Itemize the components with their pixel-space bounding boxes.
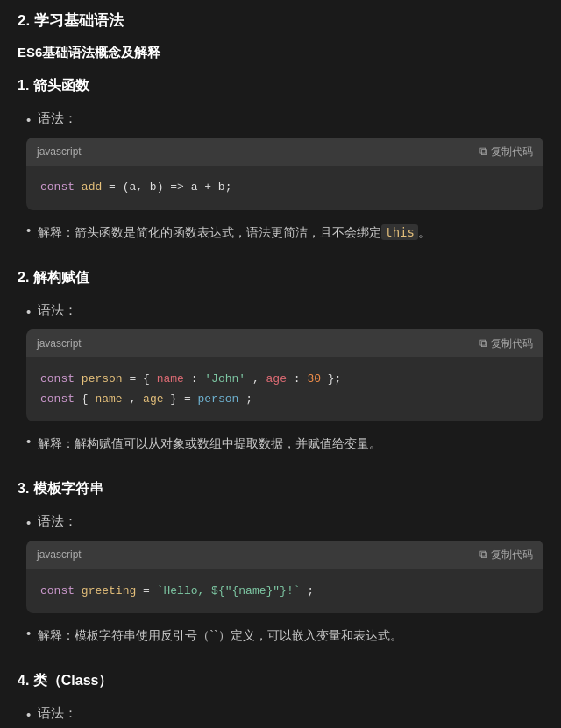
copy-button-2[interactable]: ⧉ 复制代码 <box>479 336 533 351</box>
copy-icon-1: ⧉ <box>479 145 487 159</box>
code-body-2: const person = { name : 'John' , age : 3… <box>26 357 543 421</box>
sub-heading: ES6基础语法概念及解释 <box>18 41 543 64</box>
item-1-syntax-label: 语法： <box>38 107 77 130</box>
copy-icon-3: ⧉ <box>479 548 487 562</box>
item-1-heading: 1. 箭头函数 <box>18 74 543 97</box>
item-3-syntax-label: 语法： <box>38 510 77 533</box>
item-3-syntax-block: • 语法： javascript ⧉ 复制代码 const greeting = <box>26 510 543 650</box>
bullet-dot-2: • <box>26 219 31 242</box>
item-1-syntax-block: • 语法： javascript ⧉ 复制代码 const add = (a, … <box>26 107 543 247</box>
code-line-2-1: const person = { name : 'John' , age : 3… <box>40 370 529 389</box>
copy-icon-2: ⧉ <box>479 336 487 350</box>
section-heading: 2. 学习基础语法 <box>18 9 543 34</box>
code-lang-2: javascript <box>37 335 82 352</box>
page-container: 2. 学习基础语法 ES6基础语法概念及解释 1. 箭头函数 • 语法： jav… <box>0 0 561 728</box>
item-3-explanation: 解释：模板字符串使用反引号（``）定义，可以嵌入变量和表达式。 <box>38 626 401 647</box>
numbered-item-1: 1. 箭头函数 • 语法： javascript ⧉ 复制代码 const <box>18 74 543 246</box>
item-4-syntax-block: • 语法： javascript ⧉ 复制代码 class Person <box>26 702 543 728</box>
bullet-dot: • <box>26 109 31 131</box>
item-4-syntax-label: 语法： <box>38 702 77 724</box>
numbered-item-3: 3. 模板字符串 • 语法： javascript ⧉ 复制代码 const <box>18 477 543 649</box>
item-3-explanation-row: • 解释：模板字符串使用反引号（``）定义，可以嵌入变量和表达式。 <box>26 620 543 650</box>
code-line-2-2: const { name , age } = person ; <box>40 390 529 409</box>
bullet-dot-6: • <box>26 622 31 645</box>
item-1-syntax-label-row: • 语法： <box>26 107 543 131</box>
copy-label-2: 复制代码 <box>491 336 533 351</box>
item-3-syntax-label-row: • 语法： <box>26 510 543 534</box>
item-1-explanation: 解释：箭头函数是简化的函数表达式，语法更简洁，且不会绑定this。 <box>38 223 430 244</box>
bullet-dot-4: • <box>26 430 31 453</box>
item-2-syntax-label-row: • 语法： <box>26 299 543 323</box>
copy-label-3: 复制代码 <box>491 548 533 562</box>
code-lang-1: javascript <box>37 143 82 160</box>
bullet-dot-5: • <box>26 512 31 534</box>
copy-button-3[interactable]: ⧉ 复制代码 <box>479 548 533 562</box>
item-2-syntax-label: 语法： <box>38 299 77 322</box>
code-block-1-header: javascript ⧉ 复制代码 <box>26 138 543 166</box>
item-2-explanation-row: • 解释：解构赋值可以从对象或数组中提取数据，并赋值给变量。 <box>26 428 543 458</box>
code-block-3: javascript ⧉ 复制代码 const greeting = `Hell… <box>26 541 543 612</box>
copy-label-1: 复制代码 <box>491 145 533 159</box>
bullet-dot-7: • <box>26 703 31 726</box>
code-block-2: javascript ⧉ 复制代码 const person = { name … <box>26 329 543 421</box>
numbered-item-4: 4. 类（Class） • 语法： javascript ⧉ 复制代码 clas… <box>18 668 543 728</box>
item-2-heading: 2. 解构赋值 <box>18 265 543 289</box>
item-3-heading: 3. 模板字符串 <box>18 477 543 500</box>
item-4-heading: 4. 类（Class） <box>18 668 543 692</box>
copy-button-1[interactable]: ⧉ 复制代码 <box>479 145 533 159</box>
code-lang-3: javascript <box>37 546 82 563</box>
code-block-1: javascript ⧉ 复制代码 const add = (a, b) => … <box>26 138 543 209</box>
code-block-3-header: javascript ⧉ 复制代码 <box>26 541 543 569</box>
item-2-syntax-block: • 语法： javascript ⧉ 复制代码 const person <box>26 299 543 458</box>
code-body-1: const add = (a, b) => a + b; <box>26 166 543 209</box>
item-1-explanation-row: • 解释：箭头函数是简化的函数表达式，语法更简洁，且不会绑定this。 <box>26 217 543 247</box>
code-kw: const <box>40 180 75 194</box>
code-body-3: const greeting = `Hello, ${"{name}"}!` ; <box>26 569 543 613</box>
code-block-2-header: javascript ⧉ 复制代码 <box>26 329 543 357</box>
item-2-explanation: 解释：解构赋值可以从对象或数组中提取数据，并赋值给变量。 <box>38 434 381 455</box>
item-4-syntax-label-row: • 语法： <box>26 702 543 726</box>
bullet-dot-3: • <box>26 300 31 323</box>
numbered-item-2: 2. 解构赋值 • 语法： javascript ⧉ 复制代码 const <box>18 265 543 457</box>
